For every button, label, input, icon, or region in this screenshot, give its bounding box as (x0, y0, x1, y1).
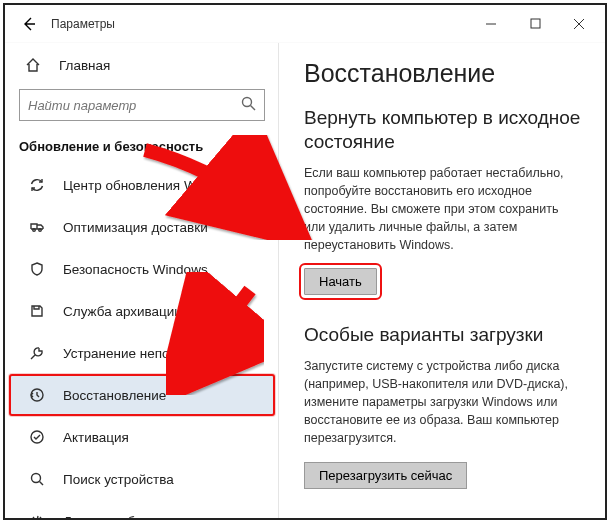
find-device-icon (27, 471, 47, 487)
settings-window: Параметры Главная (3, 3, 607, 520)
home-link[interactable]: Главная (5, 47, 279, 83)
shield-icon (27, 261, 47, 277)
delivery-icon (27, 219, 47, 235)
reset-heading: Вернуть компьютер в исходное состояние (304, 106, 581, 154)
svg-line-9 (40, 482, 44, 486)
sidebar-item-label: Безопасность Windows (63, 262, 208, 277)
search-box[interactable] (19, 89, 265, 121)
troubleshoot-icon (27, 345, 47, 361)
content: Главная Обновление и безопасность Центр … (5, 43, 605, 518)
search-input[interactable] (28, 98, 234, 113)
extra-heading: Дополнительные параметры восстановления (304, 517, 581, 519)
svg-line-3 (251, 105, 256, 110)
advanced-startup-section: Особые варианты загрузки Запустите систе… (304, 323, 581, 488)
sidebar-item-developer[interactable]: Для разработчиков (9, 500, 275, 518)
sidebar-item-label: Устранение неполадок (63, 346, 206, 361)
developer-icon (27, 513, 47, 518)
window-title: Параметры (51, 17, 115, 31)
titlebar: Параметры (5, 5, 605, 43)
restart-now-button[interactable]: Перезагрузить сейчас (304, 462, 467, 489)
close-icon (573, 18, 585, 30)
sidebar-item-find-device[interactable]: Поиск устройства (9, 458, 275, 500)
maximize-icon (530, 18, 541, 29)
sidebar: Главная Обновление и безопасность Центр … (5, 43, 280, 518)
backup-icon (27, 303, 47, 319)
sidebar-item-troubleshoot[interactable]: Устранение неполадок (9, 332, 275, 374)
home-label: Главная (59, 58, 110, 73)
close-button[interactable] (557, 9, 601, 39)
advanced-heading: Особые варианты загрузки (304, 323, 581, 347)
caption-buttons (469, 9, 601, 39)
page-title: Восстановление (304, 59, 581, 88)
sidebar-item-label: Для разработчиков (63, 514, 184, 519)
search-icon (234, 96, 256, 115)
svg-point-5 (39, 229, 42, 232)
home-icon (23, 57, 43, 73)
sidebar-item-label: Поиск устройства (63, 472, 174, 487)
sidebar-nav: Центр обновления Windows Оптимизация дос… (5, 164, 279, 518)
reset-start-button[interactable]: Начать (304, 268, 377, 295)
back-button[interactable] (9, 5, 49, 43)
sidebar-item-label: Восстановление (63, 388, 166, 403)
minimize-icon (485, 18, 497, 30)
svg-rect-1 (531, 19, 540, 28)
reset-description: Если ваш компьютер работает нестабильно,… (304, 164, 581, 255)
recovery-icon (27, 387, 47, 403)
sidebar-item-activation[interactable]: Активация (9, 416, 275, 458)
sidebar-item-windows-update[interactable]: Центр обновления Windows (9, 164, 275, 206)
svg-point-2 (243, 97, 252, 106)
sync-icon (27, 177, 47, 193)
svg-point-4 (33, 229, 36, 232)
svg-point-7 (31, 431, 43, 443)
sidebar-item-recovery[interactable]: Восстановление (9, 374, 275, 416)
activation-icon (27, 429, 47, 445)
sidebar-item-label: Оптимизация доставки (63, 220, 208, 235)
back-arrow-icon (21, 16, 37, 32)
minimize-button[interactable] (469, 9, 513, 39)
sidebar-item-security[interactable]: Безопасность Windows (9, 248, 275, 290)
extra-section: Дополнительные параметры восстановления (304, 517, 581, 519)
main-panel: Восстановление Вернуть компьютер в исход… (280, 43, 605, 518)
svg-point-8 (32, 474, 41, 483)
sidebar-section-header: Обновление и безопасность (5, 131, 279, 164)
reset-section: Вернуть компьютер в исходное состояние Е… (304, 106, 581, 295)
sidebar-item-label: Активация (63, 430, 129, 445)
sidebar-item-delivery[interactable]: Оптимизация доставки (9, 206, 275, 248)
maximize-button[interactable] (513, 9, 557, 39)
sidebar-item-backup[interactable]: Служба архивации (9, 290, 275, 332)
advanced-description: Запустите систему с устройства либо диск… (304, 357, 581, 448)
sidebar-item-label: Центр обновления Windows (63, 178, 239, 193)
sidebar-item-label: Служба архивации (63, 304, 182, 319)
